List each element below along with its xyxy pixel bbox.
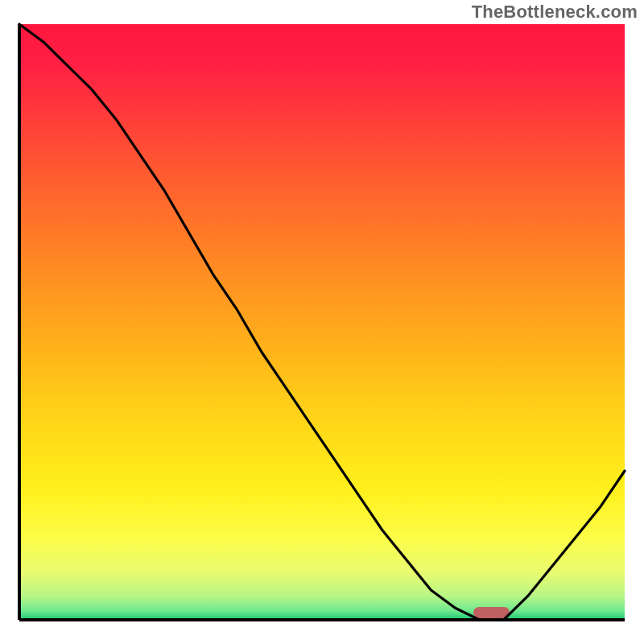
bottleneck-chart xyxy=(0,0,644,644)
svg-rect-1 xyxy=(473,607,510,618)
chart-container: TheBottleneck.com xyxy=(0,0,644,644)
